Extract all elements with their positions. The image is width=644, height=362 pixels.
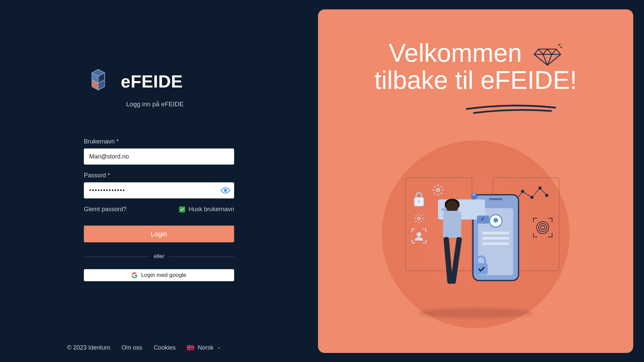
language-selector[interactable]: Norsk: [187, 344, 221, 351]
auxiliary-row: Glemt passord? Husk brukernavn: [84, 206, 234, 213]
brand-logo-icon: [84, 67, 113, 96]
password-input[interactable]: [84, 182, 234, 198]
svg-marker-7: [534, 49, 561, 65]
username-input[interactable]: [84, 148, 234, 165]
placeholder-line: [482, 242, 509, 245]
svg-line-9: [552, 49, 556, 54]
divider-line: [84, 256, 150, 257]
svg-line-29: [532, 188, 540, 197]
fingerprint-icon: [533, 218, 553, 238]
svg-point-19: [437, 188, 440, 191]
welcome-panel: Velkommen tilbake til eFEIDE!: [318, 9, 633, 353]
about-link[interactable]: Om oss: [121, 344, 142, 351]
svg-line-14: [547, 49, 552, 54]
close-icon: [471, 193, 478, 199]
avatar-icon: [489, 214, 502, 228]
svg-line-8: [539, 49, 543, 54]
login-subtitle: Logg inn på eFEIDE: [126, 101, 234, 108]
diamond-icon: [532, 43, 562, 67]
placeholder-line: [482, 232, 509, 234]
remember-toggle[interactable]: Husk brukernavn: [179, 206, 234, 213]
flag-icon: [187, 345, 194, 350]
brand-name: eFEIDE: [121, 71, 183, 92]
language-label: Norsk: [198, 344, 213, 351]
google-button-label: Login med google: [141, 272, 186, 279]
welcome-line2: tilbake til eFEIDE!: [374, 66, 577, 94]
svg-line-28: [523, 191, 532, 197]
chevron-down-icon: [217, 346, 221, 350]
username-label: Brukernavn *: [84, 138, 234, 145]
show-password-icon[interactable]: [221, 186, 230, 195]
password-wrap: [84, 182, 234, 198]
svg-line-13: [543, 49, 547, 54]
google-login-button[interactable]: Login med google: [84, 269, 234, 281]
login-button[interactable]: Login: [84, 226, 234, 242]
svg-point-32: [539, 224, 547, 232]
hero-illustration: Identum: [378, 140, 573, 328]
svg-line-16: [560, 47, 562, 47]
user-frame-icon: [411, 228, 427, 244]
welcome-line1: Velkommen: [389, 39, 522, 67]
login-panel: eFEIDE Logg inn på eFEIDE Brukernavn * P…: [0, 0, 318, 362]
illustration-person: [432, 201, 472, 301]
svg-point-21: [417, 232, 421, 236]
svg-point-20: [418, 217, 420, 220]
google-icon: [131, 272, 138, 278]
remember-label: Husk brukernavn: [189, 206, 234, 213]
underline-icon: [464, 102, 558, 116]
username-wrap: [84, 148, 234, 165]
lock-icon: [412, 191, 426, 207]
checkmark-icon: [179, 206, 185, 213]
svg-rect-34: [474, 263, 488, 275]
check-badge-icon: [477, 216, 489, 224]
forgot-password-link[interactable]: Glemt passord?: [84, 206, 126, 213]
lock-icon: [472, 254, 490, 276]
svg-point-31: [541, 226, 545, 230]
svg-line-15: [558, 44, 560, 46]
divider-text: eller: [150, 253, 168, 260]
divider-line: [168, 256, 234, 257]
svg-point-6: [224, 189, 227, 192]
svg-point-18: [418, 200, 420, 202]
svg-line-30: [540, 188, 547, 195]
brand-row: eFEIDE: [84, 67, 234, 96]
placeholder-line: [482, 237, 509, 240]
cookies-link[interactable]: Cookies: [154, 344, 175, 351]
copyright: © 2023 Identum: [67, 344, 110, 351]
footer: © 2023 Identum Om oss Cookies Norsk: [67, 344, 221, 351]
password-label: Passord *: [84, 172, 234, 179]
gear-icon: [414, 214, 424, 224]
divider: eller: [84, 253, 234, 260]
illustration-shadow: [419, 308, 533, 318]
welcome-heading: Velkommen tilbake til eFEIDE!: [318, 40, 633, 120]
gear-icon: [432, 184, 444, 196]
